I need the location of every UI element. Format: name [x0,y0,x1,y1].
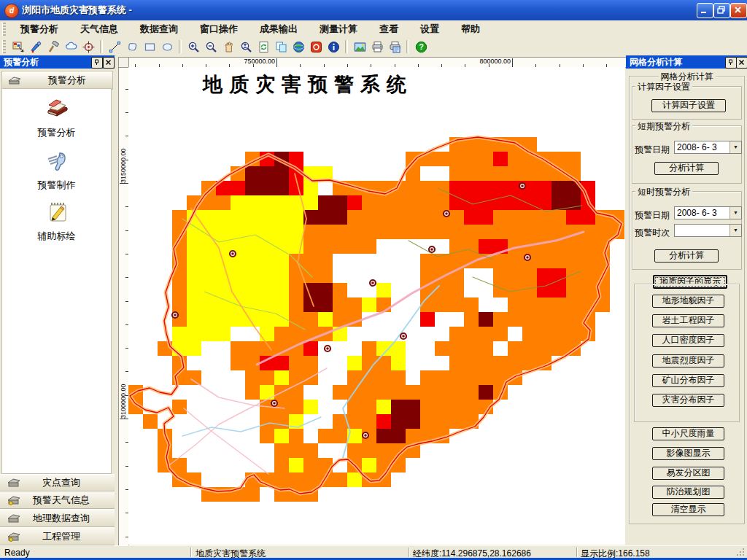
right-panel-close-button[interactable] [736,57,747,69]
tool-item-3[interactable]: 辅助标绘 [2,200,111,243]
menu-item-7[interactable]: 查看 [368,20,409,38]
copy-view-button[interactable] [273,39,289,55]
map-canvas[interactable]: 地质灾害预警系统 [128,67,625,545]
immediate-analyze-button[interactable]: 分析计算 [654,249,719,262]
edit-map-button[interactable] [10,39,26,55]
target-tool-button[interactable] [80,39,96,55]
info-button[interactable] [325,39,341,55]
chevron-down-icon[interactable]: ▼ [729,141,741,153]
factor-settings-button[interactable]: 计算因子设置 [651,99,726,112]
menu-grip[interactable] [2,23,6,36]
menu-item-3[interactable]: 数据查询 [129,20,189,38]
hammer-tool-icon [47,41,60,53]
left-panel-section-header[interactable]: 预警分析 [1,71,113,90]
left-panel-close-button[interactable] [103,57,115,69]
record-stop-button[interactable] [308,39,324,55]
cloud-tool-button[interactable] [63,39,79,55]
paint-tool-icon [30,41,42,53]
copy-view-icon [275,41,287,53]
immediate-date-combo[interactable]: 2008- 6- 3 ▼ [674,206,742,219]
sidebar-section-label: 地理数据查询 [21,512,115,525]
draw-rectangle-button[interactable] [142,39,158,55]
warning-date-combo[interactable]: 2008- 6- 3 ▼ [674,141,742,154]
fax-yellow-icon [7,530,21,543]
pan-hand-icon [222,41,235,53]
sidebar-section-1[interactable]: 灾点查询 [0,474,115,491]
short-term-analyze-button[interactable]: 分析计算 [654,162,719,175]
sidebar-section-4[interactable]: 工程管理 [0,527,115,545]
factor-button-5[interactable]: 矿山分布因子 [652,374,724,387]
menu-item-1[interactable]: 预警分析 [9,20,69,38]
chevron-down-icon[interactable]: ▼ [729,207,741,219]
pin-icon [93,59,100,66]
print-button[interactable] [369,39,385,55]
restore-button[interactable] [713,3,730,18]
factor-button-2[interactable]: 岩土工程因子 [652,314,724,327]
zoom-extent-button[interactable] [238,39,254,55]
image-view-button[interactable] [352,39,368,55]
hazard-map[interactable] [128,67,625,545]
print-icon [371,41,384,53]
print-preview-button[interactable] [387,39,403,55]
menu-item-9[interactable]: 帮助 [450,20,491,38]
menu-bar: 预警分析天气信息数据查询窗口操作成果输出测量计算查看设置帮助 [0,20,747,39]
status-separator [190,548,192,557]
resize-grip[interactable] [736,548,746,557]
menu-item-5[interactable]: 成果输出 [249,20,309,38]
tool-item-label: 辅助标绘 [2,230,111,243]
warning-time-label: 预警时次 [635,227,670,239]
minimize-button[interactable] [697,3,713,18]
print-preview-icon [389,41,401,53]
tool-item-label: 预警分析 [2,126,111,139]
zoom-in-button[interactable] [185,39,201,55]
factor-button-6[interactable]: 灾害分布因子 [652,394,724,407]
fax-icon [7,512,21,525]
close-button[interactable] [730,3,747,18]
paint-tool-button[interactable] [28,39,44,55]
factor-button-1[interactable]: 地形地貌因子 [652,295,724,308]
sidebar-section-3[interactable]: 地理数据查询 [0,509,115,527]
pan-hand-button[interactable] [220,39,236,55]
zoom-out-button[interactable] [203,39,219,55]
book-icon [44,96,70,121]
window-titlebar: d 浏阳市地质灾害预警系统 - [0,0,747,20]
menu-item-2[interactable]: 天气信息 [69,20,129,38]
menu-item-4[interactable]: 窗口操作 [189,20,249,38]
warning-time-combo[interactable]: ▼ [674,224,742,237]
refresh-view-icon [258,41,270,53]
display-button-1[interactable]: 中小尺度雨量 [652,427,724,440]
pin-button[interactable] [725,57,737,69]
tool-item-1[interactable]: 预警分析 [2,96,111,139]
close-icon [738,59,745,66]
toolbar-separator-2 [179,40,182,53]
ruler-vertical: 3150000.003100000.00 [118,67,129,546]
display-button-5[interactable]: 清空显示 [652,503,724,516]
factor-button-3[interactable]: 人口密度因子 [652,334,724,347]
warning-date-label: 预警日期 [635,144,670,156]
menu-item-6[interactable]: 测量计算 [309,20,368,38]
globe-button[interactable] [290,39,306,55]
restore-icon [717,6,725,14]
zoom-extent-icon [240,41,252,53]
display-button-2[interactable]: 影像图显示 [652,447,724,460]
draw-polygon-button[interactable] [124,39,140,55]
display-button-4[interactable]: 防治规划图 [652,486,724,499]
chevron-down-icon[interactable]: ▼ [729,225,741,236]
display-button-3[interactable]: 易发分区图 [652,467,724,480]
cloud-tool-icon [65,41,77,53]
menu-item-8[interactable]: 设置 [409,20,450,38]
sidebar-section-2[interactable]: 预警天气信息 [0,491,115,509]
help-button[interactable]: ? [413,39,429,55]
fax-icon [7,476,21,489]
hammer-tool-button[interactable] [45,39,61,55]
notepad-icon [44,200,70,225]
pin-button[interactable] [91,57,103,69]
draw-line-button[interactable] [107,39,123,55]
factor-button-4[interactable]: 地震烈度因子 [652,354,724,368]
refresh-view-button[interactable] [255,39,271,55]
toolbar-separator-1 [100,40,103,53]
toolbar-separator-4 [406,40,409,53]
toolbar-grip[interactable] [2,40,6,53]
draw-ellipse-button[interactable] [159,39,175,55]
tool-item-2[interactable]: 预警制作 [2,149,111,192]
